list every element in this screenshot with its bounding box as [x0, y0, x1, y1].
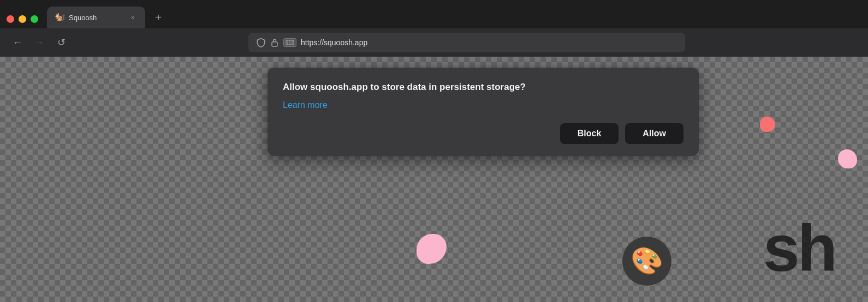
- learn-more-link[interactable]: Learn more: [283, 100, 328, 110]
- traffic-lights: [7, 15, 38, 28]
- block-button[interactable]: Block: [560, 123, 619, 144]
- allow-button[interactable]: Allow: [625, 123, 683, 144]
- tab-bar: 🐿️ Squoosh × +: [0, 0, 868, 28]
- permission-popup: Allow squoosh.app to store data in persi…: [267, 68, 699, 156]
- decorative-blob-1: [760, 117, 775, 132]
- active-tab[interactable]: 🐿️ Squoosh ×: [47, 7, 145, 28]
- forward-button[interactable]: →: [31, 34, 48, 51]
- decorative-blob-3: [838, 149, 857, 168]
- close-button[interactable]: [7, 15, 14, 23]
- maximize-button[interactable]: [31, 15, 38, 23]
- minimize-button[interactable]: [19, 15, 26, 23]
- tab-favicon: 🐿️: [55, 13, 64, 22]
- security-icons: [256, 38, 296, 47]
- tab-close-icon[interactable]: ×: [128, 13, 138, 22]
- lock-icon: [270, 38, 279, 47]
- address-bar-row: ← → ↺: [0, 28, 868, 57]
- squoosh-logo: 🎨: [622, 237, 671, 286]
- popup-actions: Block Allow: [283, 123, 683, 144]
- storage-permission-icon: [283, 38, 296, 47]
- reload-button[interactable]: ↺: [52, 34, 70, 51]
- tab-title: Squoosh: [69, 14, 123, 22]
- svg-rect-0: [272, 42, 277, 46]
- shield-icon: [256, 38, 266, 47]
- squoosh-text: sh: [763, 210, 835, 286]
- browser-chrome: 🐿️ Squoosh × + ← → ↺: [0, 0, 868, 57]
- page-content: 🎨 sh Allow squoosh.app to store data in …: [0, 57, 868, 302]
- back-button[interactable]: ←: [9, 34, 26, 51]
- address-bar[interactable]: https://squoosh.app: [248, 33, 685, 52]
- new-tab-button[interactable]: +: [150, 9, 167, 26]
- popup-question-text: Allow squoosh.app to store data in persi…: [283, 81, 683, 94]
- url-text: https://squoosh.app: [301, 38, 677, 47]
